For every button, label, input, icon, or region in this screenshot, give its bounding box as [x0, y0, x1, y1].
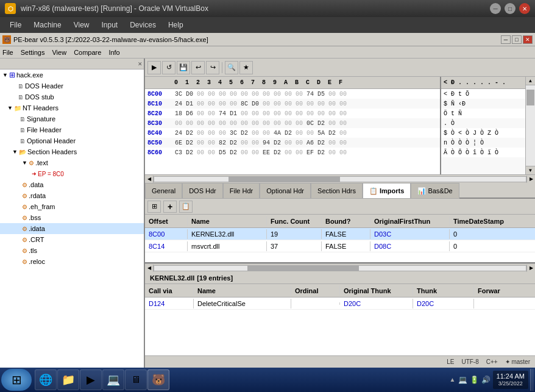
- tree-item-tls[interactable]: ⚙ .tls: [0, 245, 144, 256]
- menu-view[interactable]: View: [69, 20, 94, 30]
- tree-item-optional-header[interactable]: 🗎 Optional Header: [0, 135, 144, 146]
- taskbar-app-media[interactable]: ▶: [80, 369, 102, 390]
- hscroll-right-button[interactable]: ▶: [526, 176, 535, 183]
- imports-fit-button[interactable]: ⊞: [147, 201, 161, 213]
- inner-menu-file[interactable]: File: [2, 49, 13, 56]
- menu-input[interactable]: Input: [97, 20, 123, 30]
- tree-item-dos-stub[interactable]: ▶ 🗎 DOS stub: [0, 91, 144, 102]
- toolbar-bookmark-button[interactable]: ★: [239, 61, 253, 74]
- show-desktop-button[interactable]: [530, 369, 534, 391]
- tab-section-hdrs[interactable]: Section Hdrs: [311, 183, 363, 199]
- tree-root-item[interactable]: ▼ ⊞ hack.exe: [0, 69, 144, 80]
- hscroll-thumb[interactable]: [229, 177, 340, 182]
- byte-8C00-14: 00: [327, 91, 338, 98]
- pebear-close-button[interactable]: ✕: [523, 35, 533, 44]
- toolbar-nav-right-button[interactable]: ▶: [147, 61, 161, 74]
- byte-8C30-4: 00: [217, 120, 228, 127]
- taskbar-app-powershell[interactable]: 💻: [102, 369, 124, 390]
- ascii-column-header: < Đ . . . . . - .: [441, 77, 525, 89]
- tab-imports[interactable]: 📋 Imports: [363, 183, 411, 199]
- toolbar-undo-button[interactable]: ↩: [191, 61, 205, 74]
- start-button[interactable]: ⊞: [1, 369, 32, 391]
- hex-row-8C00[interactable]: 8C003CD00000000000000000000074D50000: [145, 89, 440, 99]
- inner-menu-view[interactable]: View: [52, 49, 66, 56]
- pebear-minimize-button[interactable]: ─: [501, 35, 511, 44]
- clock-widget[interactable]: 11:24 AM 3/25/2022: [493, 371, 528, 389]
- tab-dos-hdr[interactable]: DOS Hdr: [182, 183, 223, 199]
- scroll-down-button[interactable]: ▼: [526, 166, 535, 174]
- ascii-row-8C20: Ö t Ñ: [441, 109, 525, 118]
- hex-row-8C60[interactable]: 8C60C3D20000D5D20000EED20000EFD20000: [145, 148, 440, 157]
- imports-hscroll-right[interactable]: ▶: [526, 265, 535, 272]
- tree-close-button[interactable]: ✕: [138, 61, 143, 67]
- tree-item-idata[interactable]: ⚙ .idata: [0, 223, 144, 234]
- tray-expand-icon[interactable]: ▲: [450, 376, 456, 383]
- pebear-maximize-button[interactable]: □: [512, 35, 522, 44]
- tree-item-dos-header[interactable]: ▶ 🗎 DOS Header: [0, 80, 144, 91]
- menu-file[interactable]: File: [5, 20, 26, 30]
- ascii-row-8C50: n Ò Ò Ò ¦ Ò: [441, 138, 525, 148]
- tab-basde[interactable]: 📊 Bas&De: [411, 183, 459, 199]
- oracle-close-button[interactable]: ✕: [519, 3, 530, 14]
- tree-item-nt-headers[interactable]: ▼ 📁 NT Headers: [0, 102, 144, 113]
- taskbar-app-pebear[interactable]: 🐻: [147, 369, 169, 390]
- tab-file-hdr[interactable]: File Hdr: [223, 183, 260, 199]
- imports-col-time-header: TimeDateStamp: [450, 216, 511, 226]
- imports-hscroll-left[interactable]: ◀: [145, 265, 154, 272]
- toolbar-search-button[interactable]: 🔍: [225, 61, 238, 74]
- selected-dll-header: KERNEL32.dll [ 19 entries ]: [145, 272, 535, 284]
- inner-menu-settings[interactable]: Settings: [21, 49, 45, 56]
- taskbar-app-ie[interactable]: 🌐: [35, 369, 57, 390]
- tree-item-ep[interactable]: ➜ EP = 8C0: [0, 168, 144, 179]
- byte-8C60-6: 00: [239, 149, 250, 156]
- oracle-maximize-button[interactable]: □: [505, 3, 516, 14]
- hscroll-left-button[interactable]: ◀: [145, 176, 154, 183]
- hex-col-E: E: [324, 79, 335, 86]
- tree-item-rdata[interactable]: ⚙ .rdata: [0, 190, 144, 201]
- imports-hscrollbar[interactable]: ◀ ▶: [145, 263, 535, 272]
- menu-machine[interactable]: Machine: [29, 20, 66, 30]
- imports-row-0[interactable]: 8C00 KERNEL32.dll 19 FALSE D03C 0: [145, 228, 535, 240]
- oracle-minimize-button[interactable]: ─: [490, 3, 501, 14]
- scroll-up-button[interactable]: ▲: [526, 77, 535, 85]
- hex-row-8C20[interactable]: 8C2018D6000074D100000000000000000000: [145, 109, 440, 118]
- detail-row-0[interactable]: D124 DeleteCriticalSe D20C D20C: [145, 298, 535, 310]
- tree-label-section-headers: Section Headers: [27, 148, 77, 155]
- byte-8C30-6: 00: [239, 120, 250, 127]
- hex-row-8C40[interactable]: 8C4024D20000003CD200004AD200005AD200: [145, 128, 440, 138]
- windows-logo-icon: ⊞: [12, 372, 22, 387]
- inner-menu-compare[interactable]: Compare: [74, 49, 101, 56]
- tab-general[interactable]: General: [145, 183, 182, 199]
- imports-row-1[interactable]: 8C14 msvcrt.dll 37 FALSE D08C 0: [145, 240, 535, 252]
- menu-help[interactable]: Help: [163, 20, 188, 30]
- tab-optional-hdr[interactable]: Optional Hdr: [260, 183, 311, 199]
- pebear-window-controls: ─ □ ✕: [501, 35, 533, 44]
- tree-item-data[interactable]: ⚙ .data: [0, 179, 144, 190]
- imports-add-button[interactable]: +: [163, 201, 177, 213]
- inner-menu-info[interactable]: Info: [108, 49, 119, 56]
- imports-row1-bound: FALSE: [322, 241, 370, 251]
- hex-row-8C30[interactable]: 8C300000000000000000000000000CD20000: [145, 118, 440, 128]
- hex-hscrollbar[interactable]: ◀ ▶: [145, 174, 535, 183]
- scroll-thumb[interactable]: [526, 90, 534, 105]
- tree-item-file-header[interactable]: 🗎 File Header: [0, 124, 144, 135]
- tree-item-text[interactable]: ▼ ⚙ .text: [0, 157, 144, 168]
- tree-item-crt[interactable]: ⚙ .CRT: [0, 234, 144, 245]
- toolbar-refresh-button[interactable]: ↺: [162, 61, 175, 74]
- tree-item-section-headers[interactable]: ▼ 📂 Section Headers: [0, 146, 144, 157]
- tree-item-bss[interactable]: ⚙ .bss: [0, 212, 144, 223]
- imports-copy-button[interactable]: 📋: [179, 201, 193, 213]
- toolbar-redo-button[interactable]: ↪: [206, 61, 219, 74]
- byte-8C20-8: 00: [261, 110, 272, 117]
- taskbar-app-remote[interactable]: 🖥: [125, 369, 147, 390]
- toolbar-save-button[interactable]: 💾: [177, 61, 190, 74]
- menu-devices[interactable]: Devices: [125, 20, 161, 30]
- tree-item-reloc[interactable]: ⚙ .reloc: [0, 256, 144, 267]
- tree-item-ehfram[interactable]: ⚙ .eh_fram: [0, 201, 144, 212]
- hex-row-8C10[interactable]: 8C1024D1000000008CD00000000000000000: [145, 99, 440, 109]
- hex-row-8C50[interactable]: 8C506ED2000082D2000094D20000A6D20000: [145, 138, 440, 148]
- taskbar-app-explorer[interactable]: 📁: [57, 369, 79, 390]
- tree-item-signature[interactable]: 🗎 Signature: [0, 113, 144, 124]
- hex-scrollbar[interactable]: ▲ ▼: [525, 77, 535, 174]
- imports-hscroll-thumb[interactable]: [247, 266, 359, 271]
